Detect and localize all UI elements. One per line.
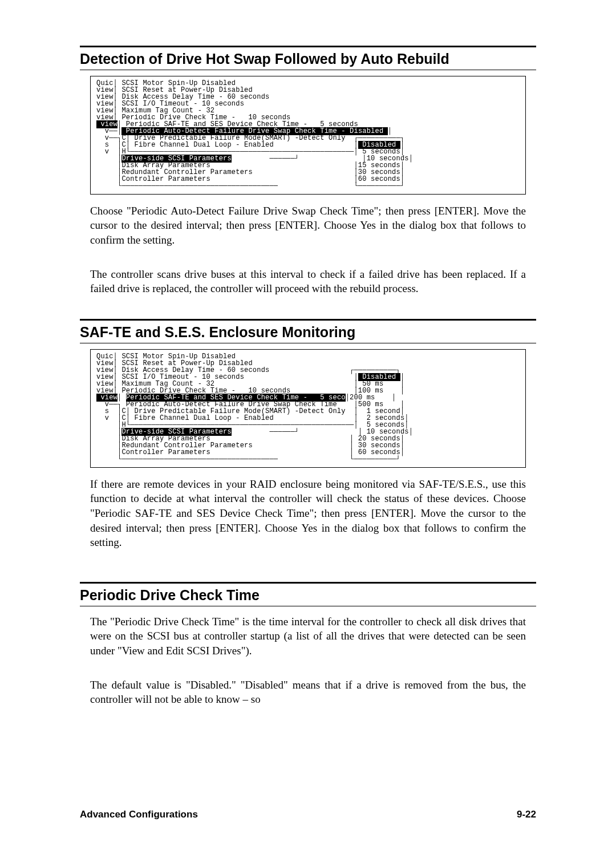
footer-right: 9-22 bbox=[517, 809, 536, 820]
terminal-1-text-a: Quic│ SCSI Motor Spin-Up Disabled view│ … bbox=[96, 79, 290, 122]
terminal-2-a: Quic│ SCSI Motor Spin-Up Disabled view│ … bbox=[96, 353, 400, 381]
section-3-para-2: The default value is "Disabled." "Disabl… bbox=[90, 678, 526, 707]
section-3-title-wrap: Periodic Drive Check Time bbox=[80, 582, 536, 606]
section-3-para-1: The "Periodic Drive Check Time" is the t… bbox=[90, 614, 526, 658]
terminal-1-hl-left: view bbox=[96, 120, 117, 128]
terminal-screenshot-2: Quic│ SCSI Motor Spin-Up Disabled view│ … bbox=[90, 349, 526, 468]
section-1-title-wrap: Detection of Drive Hot Swap Followed by … bbox=[80, 46, 536, 70]
section-2-title-wrap: SAF-TE and S.E.S. Enclosure Monitoring bbox=[80, 319, 536, 343]
section-2-para-1: If there are remote devices in your RAID… bbox=[90, 477, 526, 550]
section-2-title: SAF-TE and S.E.S. Enclosure Monitoring bbox=[80, 324, 536, 341]
page-footer: Advanced Configurations 9-22 bbox=[80, 809, 536, 820]
section-3-title: Periodic Drive Check Time bbox=[80, 587, 536, 604]
section-1-title: Detection of Drive Hot Swap Followed by … bbox=[80, 51, 536, 67]
section-1-para-2: The controller scans drive buses at this… bbox=[90, 267, 526, 296]
footer-left: Advanced Configurations bbox=[80, 809, 198, 820]
terminal-screenshot-1: Quic│ SCSI Motor Spin-Up Disabled view│ … bbox=[90, 76, 526, 195]
section-1-para-1: Choose "Periodic Auto-Detect Failure Dri… bbox=[90, 204, 526, 248]
